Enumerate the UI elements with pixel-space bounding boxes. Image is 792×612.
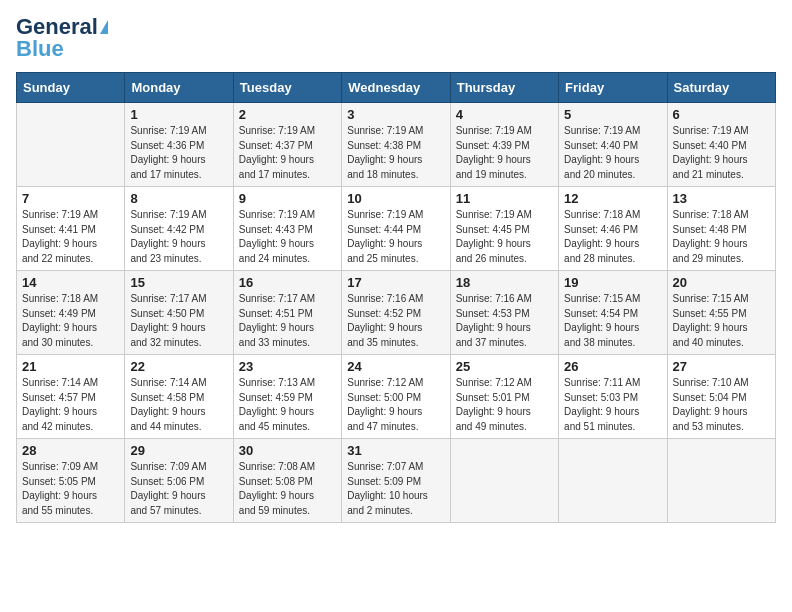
day-info: Sunrise: 7:16 AMSunset: 4:52 PMDaylight:… <box>347 292 444 350</box>
daylight-text-cont: and 26 minutes. <box>456 252 553 267</box>
daylight-text-cont: and 17 minutes. <box>239 168 336 183</box>
sunset-text: Sunset: 4:43 PM <box>239 223 336 238</box>
sunrise-text: Sunrise: 7:12 AM <box>456 376 553 391</box>
daylight-text: Daylight: 9 hours <box>239 405 336 420</box>
day-info: Sunrise: 7:15 AMSunset: 4:55 PMDaylight:… <box>673 292 770 350</box>
daylight-text: Daylight: 9 hours <box>22 237 119 252</box>
daylight-text: Daylight: 9 hours <box>22 321 119 336</box>
sunrise-text: Sunrise: 7:19 AM <box>239 208 336 223</box>
day-info: Sunrise: 7:19 AMSunset: 4:40 PMDaylight:… <box>673 124 770 182</box>
calendar-header-row: SundayMondayTuesdayWednesdayThursdayFrid… <box>17 73 776 103</box>
calendar-header-day: Tuesday <box>233 73 341 103</box>
daylight-text-cont: and 30 minutes. <box>22 336 119 351</box>
daylight-text: Daylight: 9 hours <box>347 153 444 168</box>
daylight-text: Daylight: 9 hours <box>239 489 336 504</box>
calendar-cell: 1Sunrise: 7:19 AMSunset: 4:36 PMDaylight… <box>125 103 233 187</box>
sunset-text: Sunset: 4:58 PM <box>130 391 227 406</box>
daylight-text: Daylight: 9 hours <box>22 489 119 504</box>
day-number: 3 <box>347 107 444 122</box>
calendar-header-day: Friday <box>559 73 667 103</box>
sunset-text: Sunset: 4:52 PM <box>347 307 444 322</box>
daylight-text-cont: and 33 minutes. <box>239 336 336 351</box>
sunrise-text: Sunrise: 7:19 AM <box>22 208 119 223</box>
calendar-cell <box>667 439 775 523</box>
daylight-text-cont: and 18 minutes. <box>347 168 444 183</box>
daylight-text: Daylight: 9 hours <box>239 237 336 252</box>
calendar-cell: 10Sunrise: 7:19 AMSunset: 4:44 PMDayligh… <box>342 187 450 271</box>
calendar-cell: 22Sunrise: 7:14 AMSunset: 4:58 PMDayligh… <box>125 355 233 439</box>
sunset-text: Sunset: 4:37 PM <box>239 139 336 154</box>
calendar-cell: 15Sunrise: 7:17 AMSunset: 4:50 PMDayligh… <box>125 271 233 355</box>
calendar-cell: 19Sunrise: 7:15 AMSunset: 4:54 PMDayligh… <box>559 271 667 355</box>
calendar-table: SundayMondayTuesdayWednesdayThursdayFrid… <box>16 72 776 523</box>
daylight-text-cont: and 45 minutes. <box>239 420 336 435</box>
sunrise-text: Sunrise: 7:19 AM <box>564 124 661 139</box>
daylight-text-cont: and 24 minutes. <box>239 252 336 267</box>
calendar-body: 1Sunrise: 7:19 AMSunset: 4:36 PMDaylight… <box>17 103 776 523</box>
day-number: 9 <box>239 191 336 206</box>
daylight-text: Daylight: 9 hours <box>564 153 661 168</box>
day-number: 16 <box>239 275 336 290</box>
sunset-text: Sunset: 4:45 PM <box>456 223 553 238</box>
day-info: Sunrise: 7:17 AMSunset: 4:50 PMDaylight:… <box>130 292 227 350</box>
sunrise-text: Sunrise: 7:14 AM <box>22 376 119 391</box>
daylight-text: Daylight: 9 hours <box>456 405 553 420</box>
day-info: Sunrise: 7:12 AMSunset: 5:01 PMDaylight:… <box>456 376 553 434</box>
daylight-text: Daylight: 9 hours <box>564 237 661 252</box>
calendar-cell: 8Sunrise: 7:19 AMSunset: 4:42 PMDaylight… <box>125 187 233 271</box>
calendar-cell: 30Sunrise: 7:08 AMSunset: 5:08 PMDayligh… <box>233 439 341 523</box>
day-number: 25 <box>456 359 553 374</box>
day-info: Sunrise: 7:15 AMSunset: 4:54 PMDaylight:… <box>564 292 661 350</box>
daylight-text: Daylight: 9 hours <box>130 153 227 168</box>
sunset-text: Sunset: 4:40 PM <box>673 139 770 154</box>
sunrise-text: Sunrise: 7:09 AM <box>130 460 227 475</box>
day-info: Sunrise: 7:18 AMSunset: 4:48 PMDaylight:… <box>673 208 770 266</box>
sunset-text: Sunset: 4:36 PM <box>130 139 227 154</box>
sunrise-text: Sunrise: 7:17 AM <box>130 292 227 307</box>
calendar-cell <box>559 439 667 523</box>
sunset-text: Sunset: 4:38 PM <box>347 139 444 154</box>
day-number: 17 <box>347 275 444 290</box>
daylight-text-cont: and 51 minutes. <box>564 420 661 435</box>
sunrise-text: Sunrise: 7:19 AM <box>456 124 553 139</box>
day-info: Sunrise: 7:09 AMSunset: 5:05 PMDaylight:… <box>22 460 119 518</box>
sunset-text: Sunset: 4:48 PM <box>673 223 770 238</box>
day-number: 2 <box>239 107 336 122</box>
sunrise-text: Sunrise: 7:18 AM <box>564 208 661 223</box>
daylight-text-cont: and 57 minutes. <box>130 504 227 519</box>
day-info: Sunrise: 7:16 AMSunset: 4:53 PMDaylight:… <box>456 292 553 350</box>
sunrise-text: Sunrise: 7:15 AM <box>564 292 661 307</box>
day-info: Sunrise: 7:08 AMSunset: 5:08 PMDaylight:… <box>239 460 336 518</box>
day-number: 21 <box>22 359 119 374</box>
daylight-text: Daylight: 9 hours <box>673 321 770 336</box>
sunset-text: Sunset: 4:53 PM <box>456 307 553 322</box>
daylight-text-cont: and 42 minutes. <box>22 420 119 435</box>
daylight-text: Daylight: 9 hours <box>564 405 661 420</box>
calendar-cell: 24Sunrise: 7:12 AMSunset: 5:00 PMDayligh… <box>342 355 450 439</box>
calendar-cell <box>17 103 125 187</box>
day-number: 14 <box>22 275 119 290</box>
sunset-text: Sunset: 4:50 PM <box>130 307 227 322</box>
calendar-cell: 28Sunrise: 7:09 AMSunset: 5:05 PMDayligh… <box>17 439 125 523</box>
day-info: Sunrise: 7:19 AMSunset: 4:39 PMDaylight:… <box>456 124 553 182</box>
calendar-header-day: Saturday <box>667 73 775 103</box>
sunrise-text: Sunrise: 7:11 AM <box>564 376 661 391</box>
day-number: 1 <box>130 107 227 122</box>
daylight-text: Daylight: 9 hours <box>130 237 227 252</box>
sunrise-text: Sunrise: 7:10 AM <box>673 376 770 391</box>
calendar-header-day: Sunday <box>17 73 125 103</box>
calendar-header-day: Monday <box>125 73 233 103</box>
day-number: 31 <box>347 443 444 458</box>
daylight-text: Daylight: 9 hours <box>130 405 227 420</box>
day-number: 27 <box>673 359 770 374</box>
sunset-text: Sunset: 5:09 PM <box>347 475 444 490</box>
day-number: 8 <box>130 191 227 206</box>
day-info: Sunrise: 7:19 AMSunset: 4:41 PMDaylight:… <box>22 208 119 266</box>
day-info: Sunrise: 7:19 AMSunset: 4:43 PMDaylight:… <box>239 208 336 266</box>
daylight-text: Daylight: 9 hours <box>456 153 553 168</box>
logo-triangle-icon <box>100 20 108 34</box>
logo-text: General <box>16 16 98 38</box>
daylight-text: Daylight: 9 hours <box>673 237 770 252</box>
day-number: 23 <box>239 359 336 374</box>
daylight-text-cont: and 20 minutes. <box>564 168 661 183</box>
